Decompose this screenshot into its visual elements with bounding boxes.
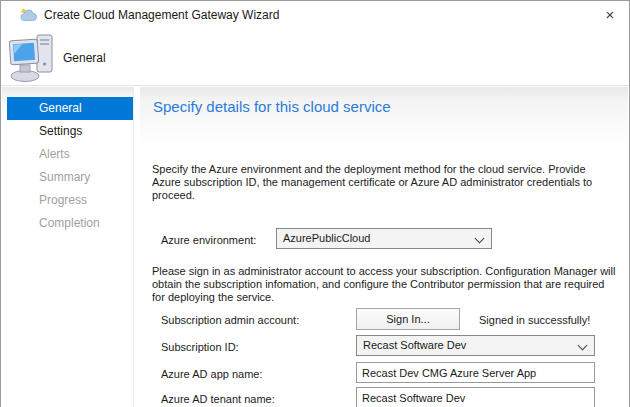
subscription-id-value: Recast Software Dev — [363, 339, 466, 351]
sign-in-button[interactable]: Sign In... — [356, 308, 460, 330]
tenant-name-label: Azure AD tenant name: — [161, 393, 275, 405]
azure-environment-select[interactable]: AzurePublicCloud — [276, 228, 492, 249]
title-bar: Create Cloud Management Gateway Wizard × — [1, 1, 629, 29]
subscription-id-select[interactable]: Recast Software Dev — [356, 335, 595, 356]
close-icon: × — [606, 6, 615, 23]
admin-account-label: Subscription admin account: — [161, 314, 299, 326]
azure-environment-label: Azure environment: — [161, 234, 256, 246]
header-page-title: General — [63, 51, 106, 65]
wizard-window: Create Cloud Management Gateway Wizard ×… — [0, 0, 630, 407]
window-title: Create Cloud Management Gateway Wizard — [44, 8, 279, 22]
wizard-nav-sidebar: General Settings Alerts Summary Progress… — [2, 87, 134, 407]
intro-text: Specify the Azure environment and the de… — [152, 163, 614, 202]
computer-icon — [9, 32, 59, 84]
chevron-down-icon — [578, 341, 588, 351]
wizard-content-pane: Specify details for this cloud service S… — [140, 87, 628, 407]
app-name-input[interactable] — [356, 362, 595, 383]
wizard-header: General — [1, 29, 629, 86]
nav-item-progress: Progress — [7, 189, 133, 212]
nav-item-completion: Completion — [7, 212, 133, 235]
app-name-label: Azure AD app name: — [161, 368, 263, 380]
nav-item-settings[interactable]: Settings — [7, 120, 133, 143]
cloud-icon — [20, 8, 37, 22]
chevron-down-icon — [475, 234, 485, 244]
page-title: Specify details for this cloud service — [153, 98, 391, 115]
nav-item-summary: Summary — [7, 166, 133, 189]
subscription-id-label: Subscription ID: — [161, 341, 239, 353]
tenant-name-input[interactable] — [356, 387, 595, 407]
nav-item-general[interactable]: General — [7, 97, 133, 120]
signin-note-text: Please sign in as administrator account … — [152, 265, 620, 304]
signin-status-text: Signed in successfully! — [479, 314, 590, 326]
close-button[interactable]: × — [595, 1, 625, 27]
azure-environment-value: AzurePublicCloud — [283, 232, 370, 244]
nav-item-alerts: Alerts — [7, 143, 133, 166]
